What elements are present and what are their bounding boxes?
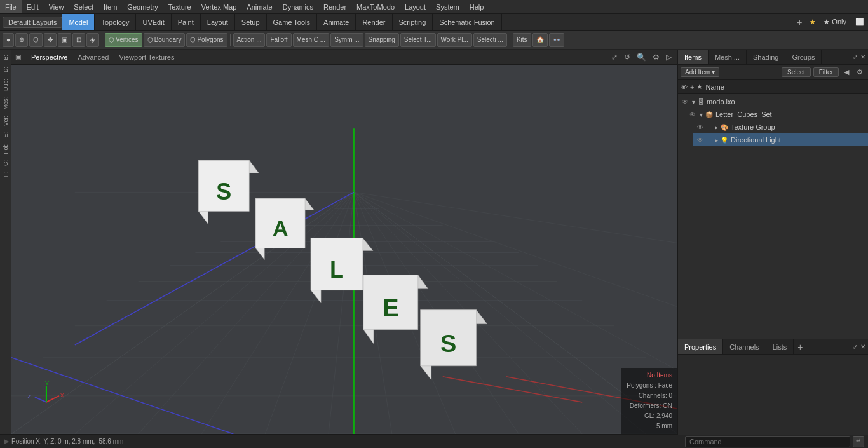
items-select-btn[interactable]: Select: [782, 67, 811, 77]
expand-icon-2[interactable]: ▸: [715, 124, 718, 131]
symm-btn[interactable]: Symm ...: [330, 33, 363, 47]
rect-btn[interactable]: ▣: [58, 33, 71, 47]
layout-only-btn[interactable]: ★ Only: [818, 18, 851, 26]
sidebar-tab-d[interactable]: D:: [1, 64, 10, 75]
sidebar-tab-ver[interactable]: Ver:: [1, 113, 10, 128]
menu-edit[interactable]: Edit: [22, 0, 44, 13]
rp-tab-groups[interactable]: Groups: [785, 50, 822, 64]
layout-dropdown[interactable]: Default Layouts: [3, 17, 62, 28]
menu-maxtomodo[interactable]: MaxToModo: [351, 0, 400, 13]
command-submit-btn[interactable]: ↵: [853, 436, 864, 447]
layout-tab-uvedit[interactable]: UVEdit: [136, 14, 171, 30]
viewport-canvas[interactable]: .grid-line { stroke: #4a4e52; stroke-wid…: [11, 65, 677, 434]
viewport-settings-btn[interactable]: ⚙: [651, 53, 661, 62]
item-modo-lxo[interactable]: 👁 ▾ 🗄 modo.lxo: [678, 95, 868, 108]
viewport-reset-btn[interactable]: ↺: [622, 53, 632, 62]
collapse-icon-0[interactable]: ▾: [692, 98, 695, 105]
menu-select[interactable]: Select: [69, 0, 98, 13]
star-items-icon[interactable]: ★: [696, 83, 703, 91]
collapse-icon-1[interactable]: ▾: [700, 111, 703, 118]
sidebar-tab-f[interactable]: F:: [1, 170, 10, 180]
layout-tab-scripting[interactable]: Scripting: [393, 14, 433, 30]
props-tab-lists[interactable]: Lists: [766, 339, 794, 354]
select-t-btn[interactable]: Select T...: [400, 33, 436, 47]
layout-tab-paint[interactable]: Paint: [172, 14, 201, 30]
crosshair-btn[interactable]: ⊕: [15, 33, 28, 47]
polygons-btn[interactable]: ⬡ Polygons: [186, 33, 227, 47]
layout-tab-game-tools[interactable]: Game Tools: [267, 14, 318, 30]
sidebar-tab-b[interactable]: B:: [1, 52, 10, 63]
sidebar-tab-dup[interactable]: Dup:: [1, 76, 10, 93]
layout-tab-topology[interactable]: Topology: [95, 14, 136, 30]
items-settings-btn[interactable]: ⚙: [854, 68, 865, 76]
diamond-btn[interactable]: ⊡: [72, 33, 85, 47]
vertices-btn[interactable]: ⬡ Vertices: [105, 33, 142, 47]
viewport-toggle[interactable]: ▣: [15, 53, 21, 60]
layout-add-tab[interactable]: +: [792, 17, 807, 27]
arrows-btn[interactable]: ✥: [44, 33, 57, 47]
props-expand-btn[interactable]: ⤢: [853, 343, 858, 350]
menu-layout[interactable]: Layout: [400, 0, 431, 13]
menu-item[interactable]: Item: [98, 0, 122, 13]
item-directional-light[interactable]: 👁 ▸ 💡 Directional Light: [693, 133, 868, 146]
menu-file[interactable]: File: [0, 0, 22, 13]
rp-close-btn[interactable]: ✕: [860, 53, 865, 60]
menu-vertex-map[interactable]: Vertex Map: [196, 0, 242, 13]
layout-tab-model[interactable]: Model: [62, 14, 95, 30]
menu-render[interactable]: Render: [318, 0, 351, 13]
lock-icon[interactable]: +: [690, 83, 694, 91]
menu-geometry[interactable]: Geometry: [122, 0, 163, 13]
eye-icon-3[interactable]: 👁: [696, 137, 705, 144]
props-close-btn[interactable]: ✕: [860, 343, 865, 350]
falloff-btn[interactable]: Falloff: [266, 33, 291, 47]
menu-texture[interactable]: Texture: [163, 0, 196, 13]
work-pl-btn[interactable]: Work Pl...: [437, 33, 472, 47]
menu-dynamics[interactable]: Dynamics: [278, 0, 318, 13]
rp-expand-btn[interactable]: ⤢: [853, 53, 858, 60]
hex-btn[interactable]: ⬡: [29, 33, 43, 47]
eye-icon-1[interactable]: 👁: [688, 111, 697, 118]
items-collapse-btn[interactable]: ◀: [841, 68, 851, 76]
menu-help[interactable]: Help: [465, 0, 489, 13]
select-dot-btn[interactable]: ●: [3, 33, 14, 47]
visibility-icon[interactable]: 👁: [681, 83, 688, 91]
layout-tab-layout[interactable]: Layout: [201, 14, 235, 30]
boundary-btn[interactable]: ⬡ Boundary: [144, 33, 186, 47]
props-tab-properties[interactable]: Properties: [678, 339, 723, 354]
viewport-expand-btn[interactable]: ▷: [664, 53, 674, 62]
viewport-tab-perspective[interactable]: Perspective: [29, 52, 70, 62]
viewport-fit-btn[interactable]: ⤢: [609, 53, 620, 62]
layout-maximize-btn[interactable]: ⬜: [851, 18, 868, 26]
rp-tab-shading[interactable]: Shading: [747, 50, 785, 64]
vr-btn[interactable]: 👓: [549, 33, 564, 47]
sidebar-tab-c[interactable]: C:: [1, 158, 10, 168]
eye-icon-0[interactable]: 👁: [681, 98, 689, 105]
props-add-tab[interactable]: +: [794, 342, 806, 352]
viewport-tab-advanced[interactable]: Advanced: [75, 52, 111, 62]
add-item-dropdown[interactable]: Add Item ▾: [681, 67, 719, 77]
action-btn[interactable]: Action ...: [233, 33, 266, 47]
menu-system[interactable]: System: [431, 0, 465, 13]
viewport-search-btn[interactable]: 🔍: [635, 53, 648, 62]
bottom-arrow-icon[interactable]: ▶: [4, 437, 9, 445]
layout-tab-schematic[interactable]: Schematic Fusion: [433, 14, 501, 30]
item-texture-group[interactable]: 👁 ▸ 🎨 Texture Group: [693, 121, 868, 133]
items-filter-btn[interactable]: Filter: [813, 67, 839, 77]
layout-tab-setup[interactable]: Setup: [235, 14, 267, 30]
item-letter-cubes-set[interactable]: 👁 ▾ 📦 Letter_Cubes_Set: [686, 108, 868, 121]
layout-tab-animate[interactable]: Animate: [317, 14, 356, 30]
menu-view[interactable]: View: [44, 0, 69, 13]
eye-icon-2[interactable]: 👁: [696, 124, 705, 131]
props-tab-channels[interactable]: Channels: [723, 339, 766, 354]
selecti-btn[interactable]: Selecti ...: [473, 33, 507, 47]
expand-icon-3[interactable]: ▸: [715, 137, 718, 144]
home-btn[interactable]: 🏠: [532, 33, 548, 47]
viewport-tab-textures[interactable]: Viewport Textures: [116, 52, 177, 62]
snapping-btn[interactable]: Snapping: [365, 33, 399, 47]
menu-animate[interactable]: Animate: [241, 0, 277, 13]
sidebar-tab-e[interactable]: E:: [1, 130, 10, 140]
rp-tab-items[interactable]: Items: [678, 50, 709, 64]
sidebar-tab-mes[interactable]: Mes:: [1, 95, 10, 112]
rp-tab-mesh[interactable]: Mesh ...: [709, 50, 747, 64]
star-btn[interactable]: ◈: [86, 33, 99, 47]
